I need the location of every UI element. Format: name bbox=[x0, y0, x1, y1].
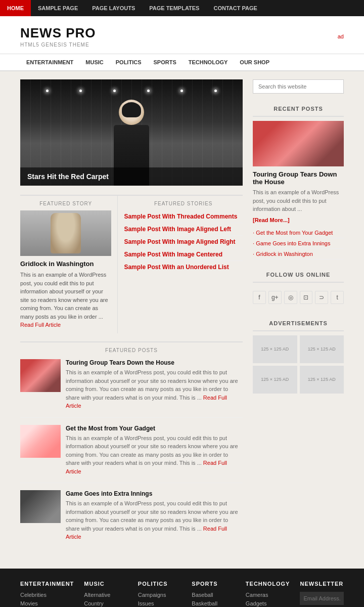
site-footer: ENTERTAINMENTCelebritiesMoviesTelevision… bbox=[0, 569, 364, 608]
post-title: Get the Most from Your Gadget bbox=[66, 425, 243, 432]
featured-story-link[interactable]: Sample Post With Threaded Comments bbox=[124, 210, 243, 223]
footer-col-title: TECHNOLOGY bbox=[246, 581, 290, 587]
footer-link[interactable]: Country bbox=[84, 600, 128, 606]
ad-box-3: 125 × 125 AD bbox=[253, 366, 297, 394]
footer-col-newsletter: NEWSLETTERGO bbox=[300, 581, 344, 608]
featured-row: FEATURED STORY Gridlock in Washington Th… bbox=[20, 195, 243, 333]
footer-link[interactable]: Movies bbox=[20, 600, 74, 606]
facebook-icon[interactable]: f bbox=[253, 291, 266, 304]
recent-posts-section: RECENT POSTS Touring Group Tears Down th… bbox=[253, 102, 344, 259]
ads-section: ADVERTISEMENTS 125 × 125 AD125 × 125 AD1… bbox=[253, 316, 344, 394]
featured-story-link[interactable]: Sample Post With Image Aligned Left bbox=[124, 223, 243, 236]
footer-col-title: MUSIC bbox=[84, 581, 128, 587]
featured-story-text: This is an example of a WordPress post, … bbox=[20, 271, 111, 321]
top-nav-item-page-templates[interactable]: PAGE TEMPLATES bbox=[142, 0, 206, 16]
secondary-nav-item-sports[interactable]: SPORTS bbox=[147, 54, 182, 70]
ad-box-2: 125 × 125 AD bbox=[300, 335, 344, 363]
top-nav-item-home[interactable]: HOME bbox=[0, 0, 31, 16]
site-tagline: HTML5 GENESIS THEME bbox=[20, 42, 96, 48]
featured-story-label: FEATURED STORY bbox=[20, 201, 111, 206]
footer-link[interactable]: Campaigns bbox=[138, 592, 182, 598]
top-nav-item-page-layouts[interactable]: PAGE LAYOUTS bbox=[85, 0, 142, 16]
footer-col-entertainment: ENTERTAINMENTCelebritiesMoviesTelevision bbox=[20, 581, 74, 608]
secondary-nav-item-politics[interactable]: POLITICS bbox=[110, 54, 148, 70]
featured-story-link[interactable]: Sample Post With an Unordered List bbox=[124, 261, 243, 273]
featured-story-link[interactable]: Sample Post With Image Centered bbox=[124, 248, 243, 261]
header-ad: ad bbox=[338, 33, 344, 39]
featured-story-image bbox=[20, 210, 111, 256]
post-readmore[interactable]: Read Full Article bbox=[66, 526, 227, 540]
footer-link[interactable]: Alternative bbox=[84, 592, 128, 598]
post-title: Game Goes into Extra Innings bbox=[66, 490, 243, 497]
footer-col-title: ENTERTAINMENT bbox=[20, 581, 74, 587]
site-header: NEWS PRO HTML5 GENESIS THEME ad bbox=[0, 16, 364, 54]
post-item: Touring Group Tears Down the House This … bbox=[20, 359, 243, 418]
recent-post-title: Touring Group Tears Down the House bbox=[253, 170, 344, 186]
post-item: Game Goes into Extra Innings This is an … bbox=[20, 490, 243, 548]
post-text: This is an example of a WordPress post, … bbox=[66, 434, 243, 476]
recent-posts-title: RECENT POSTS bbox=[253, 102, 344, 117]
featured-story-link[interactable]: Sample Post With Image Aligned Right bbox=[124, 236, 243, 248]
search-section bbox=[253, 79, 344, 94]
post-text: This is an example of a WordPress post, … bbox=[66, 368, 243, 410]
post-info: Game Goes into Extra Innings This is an … bbox=[66, 490, 243, 541]
search-input[interactable] bbox=[253, 79, 344, 94]
footer-col-technology: TECHNOLOGYCamerasGadgets bbox=[246, 581, 290, 608]
post-thumbnail bbox=[20, 490, 61, 523]
secondary-nav-item-our-shop[interactable]: OUR SHOP bbox=[234, 54, 276, 70]
footer-link[interactable]: Basketball bbox=[192, 600, 236, 606]
content-area: Stars Hit the Red Carpet FEATURED STORY … bbox=[20, 79, 243, 555]
sidebar: RECENT POSTS Touring Group Tears Down th… bbox=[253, 79, 344, 555]
post-readmore[interactable]: Read Full Article bbox=[66, 460, 227, 474]
recent-post-readmore[interactable]: [Read More...] bbox=[253, 217, 290, 223]
hero-section: Stars Hit the Red Carpet bbox=[20, 79, 243, 186]
featured-posts-section: FEATURED POSTS Touring Group Tears Down … bbox=[20, 341, 243, 548]
footer-col-title: SPORTS bbox=[192, 581, 236, 587]
top-nav-item-sample-page[interactable]: SAMPLE PAGE bbox=[31, 0, 85, 16]
ad-box-4: 125 × 125 AD bbox=[300, 366, 344, 394]
footer-col-music: MUSICAlternativeCountryHip HopRock & Rol… bbox=[84, 581, 128, 608]
newsletter-email-input[interactable] bbox=[300, 592, 344, 605]
featured-posts-label: FEATURED POSTS bbox=[20, 348, 243, 353]
featured-story-section: FEATURED STORY Gridlock in Washington Th… bbox=[20, 196, 118, 333]
instagram-icon[interactable]: ◎ bbox=[284, 291, 297, 304]
footer-link[interactable]: Baseball bbox=[192, 592, 236, 598]
footer-col-politics: POLITICSCampaignsIssues bbox=[138, 581, 182, 608]
recent-link[interactable]: Get the Most from Your Gadget bbox=[253, 228, 344, 238]
secondary-navigation: ENTERTAINMENTMUSICPOLITICSSPORTSTECHNOLO… bbox=[0, 54, 364, 71]
recent-post-image bbox=[253, 121, 344, 166]
ad-box-1: 125 × 125 AD bbox=[253, 335, 297, 363]
post-info: Touring Group Tears Down the House This … bbox=[66, 359, 243, 410]
secondary-nav-item-technology[interactable]: TECHNOLOGY bbox=[183, 54, 234, 70]
googleplus-icon[interactable]: g+ bbox=[268, 291, 282, 304]
featured-story-readmore[interactable]: Read Full Article bbox=[20, 322, 61, 328]
post-thumbnail bbox=[20, 425, 61, 458]
follow-section: FOLLOW US ONLINE fg+◎⊡⊃t bbox=[253, 268, 344, 308]
follow-title: FOLLOW US ONLINE bbox=[253, 268, 344, 283]
rss-icon[interactable]: ⊃ bbox=[315, 291, 328, 304]
secondary-nav-item-entertainment[interactable]: ENTERTAINMENT bbox=[20, 54, 79, 70]
recent-post-text: This is an example of a WordPress post, … bbox=[253, 188, 344, 213]
featured-story-title: Gridlock in Washington bbox=[20, 260, 111, 268]
top-navigation: HOMESAMPLE PAGEPAGE LAYOUTSPAGE TEMPLATE… bbox=[0, 0, 364, 16]
recent-link[interactable]: Gridlock in Washington bbox=[253, 249, 344, 259]
featured-stories-section: FEATURED STORIES Sample Post With Thread… bbox=[118, 196, 243, 333]
secondary-nav-item-music[interactable]: MUSIC bbox=[79, 54, 109, 70]
recent-link[interactable]: Game Goes into Extra Innings bbox=[253, 238, 344, 249]
post-text: This is an example of a WordPress post, … bbox=[66, 499, 243, 541]
post-info: Get the Most from Your Gadget This is an… bbox=[66, 425, 243, 476]
twitter-icon[interactable]: t bbox=[331, 291, 344, 304]
post-thumbnail bbox=[20, 359, 61, 392]
featured-stories-label: FEATURED STORIES bbox=[124, 201, 243, 206]
site-title: NEWS PRO bbox=[20, 25, 96, 41]
pinterest-icon[interactable]: ⊡ bbox=[300, 291, 313, 304]
post-item: Get the Most from Your Gadget This is an… bbox=[20, 425, 243, 484]
footer-link[interactable]: Celebrities bbox=[20, 592, 74, 598]
top-nav-item-contact-page[interactable]: CONTACT PAGE bbox=[206, 0, 264, 16]
footer-link[interactable]: Issues bbox=[138, 600, 182, 606]
post-readmore[interactable]: Read Full Article bbox=[66, 395, 227, 409]
footer-link[interactable]: Gadgets bbox=[246, 600, 290, 606]
footer-col-sports: SPORTSBaseballBasketballFootball bbox=[192, 581, 236, 608]
hero-caption: Stars Hit the Red Carpet bbox=[20, 167, 243, 186]
footer-link[interactable]: Cameras bbox=[246, 592, 290, 598]
